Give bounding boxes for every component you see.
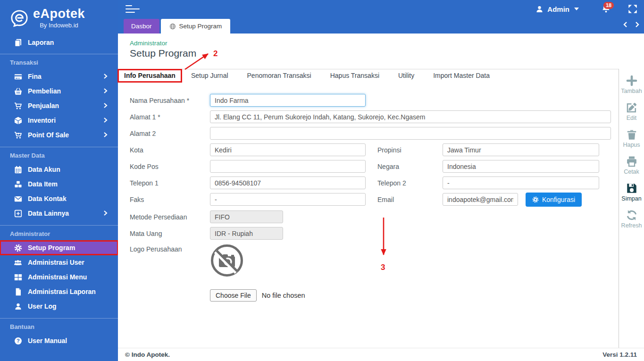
sidebar-item-label: Penjualan [28, 102, 59, 109]
negara-input[interactable] [443, 160, 599, 173]
topbar: Admin 18 [118, 0, 644, 18]
sidebar-item-data-kontak[interactable]: Data Kontak [0, 192, 118, 206]
sidebar-item-data-akun[interactable]: Data Akun [0, 162, 118, 176]
field-label: Email [366, 196, 443, 203]
sidebar-item-user-log[interactable]: User Log [0, 299, 118, 313]
refresh-icon [626, 210, 637, 221]
sidebar-divider [0, 147, 118, 147]
hapus-button[interactable]: Hapus [619, 129, 644, 148]
shopping-cart-icon [13, 102, 23, 109]
printer-icon [626, 156, 637, 167]
alamat1-input[interactable] [210, 110, 611, 123]
telepon2-input[interactable] [443, 176, 599, 189]
tab-import-master-data[interactable]: Import Master Data [424, 69, 499, 82]
tab-setup-program[interactable]: Setup Program [161, 19, 231, 34]
field-label: Nama Perusahaan * [130, 97, 210, 104]
cetak-button[interactable]: Cetak [619, 156, 644, 175]
field-label: Alamat 2 [130, 130, 210, 137]
app-tagline: By Indoweb.id [33, 22, 85, 29]
kode-pos-input[interactable] [210, 160, 366, 173]
user-menu[interactable]: Admin [535, 5, 579, 13]
gear-icon [13, 244, 23, 252]
sidebar-item-label: Laporan [28, 39, 54, 46]
envelope-icon [13, 195, 23, 202]
choose-file-button[interactable]: Choose File [210, 289, 257, 302]
sidebar-divider [0, 54, 118, 54]
chevron-right-icon [103, 210, 108, 217]
chevron-right-icon [103, 73, 108, 80]
tab-utility[interactable]: Utility [389, 69, 424, 82]
save-icon [626, 183, 637, 194]
hamburger-menu-icon[interactable] [125, 5, 140, 14]
sidebar-item-pembelian[interactable]: Pembelian [0, 84, 118, 98]
question-circle-icon: ? [13, 337, 23, 344]
sidebar-item-label: Data Item [28, 180, 58, 188]
app-window: eApotek By Indoweb.id Laporan Transaksi … [0, 0, 644, 361]
sidebar-item-inventori[interactable]: Inventori [0, 113, 118, 127]
rail-label: Refresh [621, 222, 642, 229]
sidebar-item-label: Data Akun [28, 166, 60, 173]
tab-scroll-right-icon[interactable] [635, 22, 639, 27]
telepon1-input[interactable] [210, 176, 366, 189]
sidebar-item-data-item[interactable]: Data Item [0, 177, 118, 191]
nama-perusahaan-input[interactable] [210, 94, 366, 107]
tab-setup-jurnal[interactable]: Setup Jurnal [182, 69, 238, 82]
notifications-button[interactable]: 18 [602, 4, 612, 14]
sidebar-item-administrasi-menu[interactable]: Administrasi Menu [0, 270, 118, 284]
sidebar-item-label: Administrasi Menu [28, 273, 87, 281]
faks-input[interactable] [210, 193, 366, 206]
field-label: Negara [366, 163, 443, 170]
sidebar-item-laporan[interactable]: Laporan [0, 35, 118, 50]
kota-input[interactable] [210, 143, 366, 156]
copy-icon [13, 39, 23, 46]
sidebar-item-label: Inventori [28, 117, 56, 124]
sidebar-item-administrasi-user[interactable]: Administrasi User [0, 255, 118, 269]
sidebar-section-transaksi: Transaksi [0, 57, 118, 69]
window-tab-bar: Dasbor Setup Program [118, 18, 644, 34]
field-label: Telepon 2 [366, 179, 443, 187]
sidebar-item-user-manual[interactable]: ? User Manual [0, 334, 118, 348]
sidebar-item-data-lainnya[interactable]: Data Lainnya [0, 206, 118, 220]
field-label: Kode Pos [130, 163, 210, 170]
sidebar-item-administrasi-laporan[interactable]: Administrasi Laporan [0, 285, 118, 299]
fullscreen-icon[interactable] [628, 4, 637, 14]
tab-label: Setup Program [179, 23, 222, 30]
simpan-button[interactable]: Simpan [619, 183, 644, 202]
company-info-form: Nama Perusahaan * Alamat 1 * Alamat 2 [118, 82, 619, 302]
field-label: Logo Perusahaan [130, 243, 210, 253]
tab-dasbor[interactable]: Dasbor [124, 19, 159, 34]
shopping-basket-icon [13, 87, 23, 95]
tab-hapus-transaksi[interactable]: Hapus Transaksi [321, 69, 389, 82]
propinsi-input[interactable] [443, 143, 599, 156]
brand-logo: eApotek By Indoweb.id [0, 0, 118, 34]
rail-label: Edit [627, 115, 637, 121]
field-label: Faks [130, 196, 210, 203]
sidebar-item-point-of-sale[interactable]: Point Of Sale [0, 128, 118, 142]
konfigurasi-button[interactable]: Konfigurasi [526, 193, 582, 207]
sidebar-item-setup-program[interactable]: Setup Program [0, 241, 118, 255]
user-icon [535, 5, 544, 13]
tab-scroll-left-icon[interactable] [623, 22, 627, 27]
sidebar-item-penjualan[interactable]: Penjualan [0, 99, 118, 113]
edit-button[interactable]: Edit [619, 102, 644, 121]
sidebar-item-label: Data Kontak [28, 195, 67, 202]
eapotek-logo-icon [10, 9, 28, 27]
content-tab-bar: Info Perusahaan Setup Jurnal Penomoran T… [118, 69, 619, 82]
credit-card-icon [13, 73, 23, 80]
no-camera-icon [210, 243, 244, 277]
rail-label: Simpan [621, 195, 641, 202]
konfigurasi-label: Konfigurasi [542, 196, 575, 203]
chevron-right-icon [103, 131, 108, 139]
globe-icon [169, 23, 176, 30]
alamat2-input[interactable] [210, 127, 611, 140]
sidebar-item-label: Pembelian [28, 87, 61, 95]
tab-penomoran-transaksi[interactable]: Penomoran Transaksi [238, 69, 321, 82]
file-icon [13, 288, 23, 295]
refresh-button[interactable]: Refresh [619, 210, 644, 229]
sidebar-item-fina[interactable]: Fina [0, 69, 118, 84]
tambah-button[interactable]: Tambah [619, 75, 644, 94]
tab-info-perusahaan[interactable]: Info Perusahaan [118, 69, 182, 82]
email-input[interactable] [443, 193, 518, 206]
page-title: Setup Program [130, 48, 644, 59]
calendar-icon [13, 166, 23, 173]
